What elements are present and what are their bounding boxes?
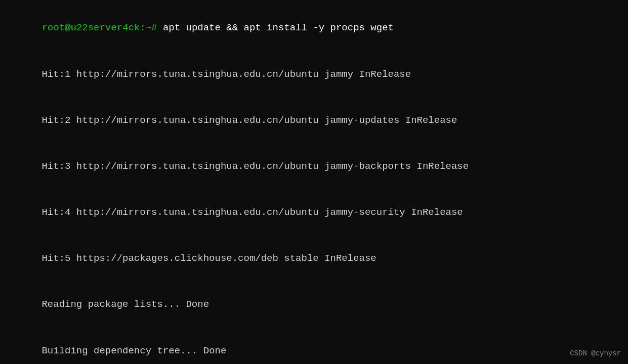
command-0: apt update && apt install -y procps wget <box>163 22 394 33</box>
output-6: Reading package lists... Done <box>41 299 209 310</box>
output-4: Hit:4 http://mirrors.tuna.tsinghua.edu.c… <box>41 207 463 218</box>
terminal-output: root@u22server4ck:~# apt update && apt i… <box>7 5 621 364</box>
line-0: root@u22server4ck:~# apt update && apt i… <box>7 5 621 51</box>
terminal-window: root@u22server4ck:~# apt update && apt i… <box>0 0 628 364</box>
line-7: Building dependency tree... Done <box>7 328 621 364</box>
output-1: Hit:1 http://mirrors.tuna.tsinghua.edu.c… <box>41 69 411 80</box>
line-1: Hit:1 http://mirrors.tuna.tsinghua.edu.c… <box>7 51 621 97</box>
line-3: Hit:3 http://mirrors.tuna.tsinghua.edu.c… <box>7 144 621 190</box>
line-4: Hit:4 http://mirrors.tuna.tsinghua.edu.c… <box>7 190 621 236</box>
prompt-0: root@u22server4ck:~# <box>41 22 162 33</box>
output-7: Building dependency tree... Done <box>41 345 226 356</box>
watermark: CSDN @cyhysr <box>570 348 621 359</box>
line-2: Hit:2 http://mirrors.tuna.tsinghua.edu.c… <box>7 97 621 143</box>
line-6: Reading package lists... Done <box>7 282 621 328</box>
output-5: Hit:5 https://packages.clickhouse.com/de… <box>41 253 376 264</box>
line-5: Hit:5 https://packages.clickhouse.com/de… <box>7 236 621 282</box>
output-3: Hit:3 http://mirrors.tuna.tsinghua.edu.c… <box>41 161 469 172</box>
output-2: Hit:2 http://mirrors.tuna.tsinghua.edu.c… <box>41 115 457 126</box>
